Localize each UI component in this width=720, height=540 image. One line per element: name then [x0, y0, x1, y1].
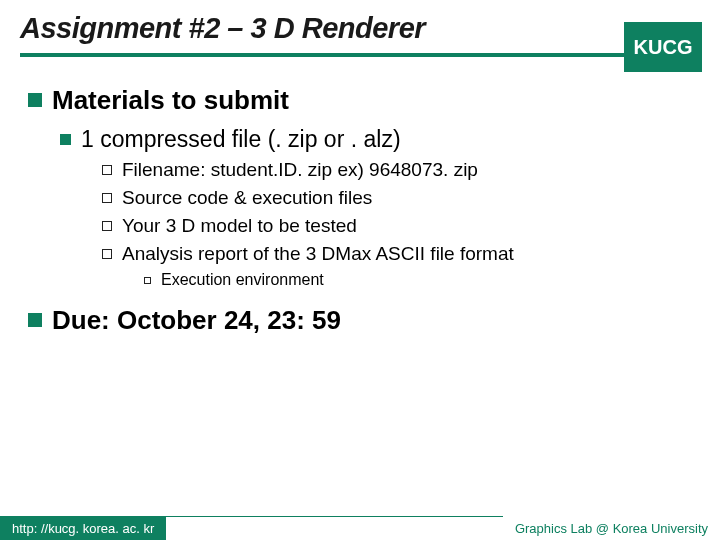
item-analysis: Analysis report of the 3 DMax ASCII file…: [102, 243, 692, 265]
bullet-text: Materials to submit: [52, 85, 289, 116]
footer-rule: [166, 516, 503, 540]
square-icon: [102, 249, 112, 259]
footer-url: http: //kucg. korea. ac. kr: [0, 516, 166, 540]
footer-credit: Graphics Lab @ Korea University: [503, 521, 720, 536]
bullet-text: 1 compressed file (. zip or . alz): [81, 126, 401, 153]
slide-content: Materials to submit 1 compressed file (.…: [0, 57, 720, 336]
bullet-icon: [28, 313, 42, 327]
square-icon: [102, 221, 112, 231]
bullet-text: Filename: student.ID. zip ex) 9648073. z…: [122, 159, 478, 181]
bullet-icon: [60, 134, 71, 145]
square-icon: [102, 165, 112, 175]
bullet-text: Due: October 24, 23: 59: [52, 305, 341, 336]
subbullet-compressed: 1 compressed file (. zip or . alz): [60, 126, 692, 153]
square-icon: [102, 193, 112, 203]
item-3dmodel: Your 3 D model to be tested: [102, 215, 692, 237]
org-badge: KUCG: [624, 22, 702, 72]
square-icon: [144, 277, 151, 284]
subitem-execution: Execution environment: [144, 271, 692, 289]
bullet-text: Execution environment: [161, 271, 324, 289]
footer: http: //kucg. korea. ac. kr Graphics Lab…: [0, 516, 720, 540]
item-source: Source code & execution files: [102, 187, 692, 209]
bullet-text: Your 3 D model to be tested: [122, 215, 357, 237]
bullet-due: Due: October 24, 23: 59: [28, 305, 692, 336]
page-title: Assignment #2 – 3 D Renderer: [20, 12, 700, 45]
bullet-materials: Materials to submit: [28, 85, 692, 116]
bullet-text: Source code & execution files: [122, 187, 372, 209]
item-filename: Filename: student.ID. zip ex) 9648073. z…: [102, 159, 692, 181]
bullet-icon: [28, 93, 42, 107]
bullet-text: Analysis report of the 3 DMax ASCII file…: [122, 243, 514, 265]
